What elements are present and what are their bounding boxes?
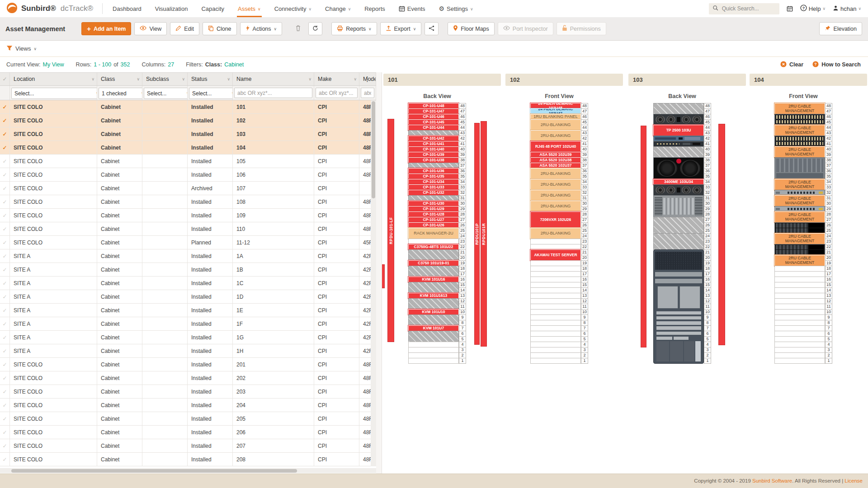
rack-item-image-f5[interactable] xyxy=(653,157,704,179)
sort-chevron-icon[interactable]: ∨ xyxy=(91,77,94,81)
table-row[interactable]: ✓SITE ACabinetInstalled1GCPI42R xyxy=(0,331,376,344)
row-check-icon[interactable]: ✓ xyxy=(0,209,10,222)
license-link[interactable]: License xyxy=(844,478,863,483)
help-menu[interactable]: ? Help∨ xyxy=(800,5,826,13)
horizontal-scrollbar-thumb[interactable] xyxy=(11,469,297,473)
column-header-status[interactable]: Status∨ xyxy=(188,73,233,85)
row-check-icon[interactable]: ✓ xyxy=(0,426,10,439)
row-check-icon[interactable]: ✓ xyxy=(0,182,10,195)
table-row[interactable]: ✓SITE COLOCabinetInstalled109CPI48R xyxy=(0,209,376,222)
nav-item-change[interactable]: Change∨ xyxy=(325,0,351,17)
filter-input-name[interactable] xyxy=(234,88,312,98)
panel-header[interactable]: 103 xyxy=(628,74,746,86)
sort-chevron-icon[interactable]: ∨ xyxy=(308,77,311,81)
rack-pdu-bar[interactable]: RPDU-101-LF xyxy=(387,119,394,342)
rack-pdu-bar[interactable] xyxy=(718,124,725,346)
views-dropdown[interactable]: Views xyxy=(15,45,31,52)
row-check-icon[interactable]: ✓ xyxy=(0,195,10,208)
sort-chevron-icon[interactable]: ∨ xyxy=(354,77,357,81)
rack-item[interactable]: 7206VXR 102U26 xyxy=(530,211,581,228)
export-button[interactable]: Export∨ xyxy=(380,22,422,35)
table-row[interactable]: ✓SITE COLOCabinetInstalled201CPI48R xyxy=(0,358,376,371)
rack-item[interactable]: 2RU-BLANKING xyxy=(530,228,581,239)
actions-button[interactable]: Actions∨ xyxy=(240,22,283,35)
table-row[interactable]: ✓SITE COLOCabinetInstalled207CPI48R xyxy=(0,439,376,453)
column-header-class[interactable]: Class∨ xyxy=(97,73,142,85)
permissions-button[interactable]: Permissions xyxy=(557,22,606,35)
select-all-header[interactable]: ✓ xyxy=(0,73,10,85)
filter-select-subclass[interactable]: Select...∨ xyxy=(144,88,188,99)
sunbird-software-link[interactable]: Sunbird Software xyxy=(752,478,792,483)
rack-item-image-psu[interactable] xyxy=(653,114,704,125)
table-row[interactable]: ✓SITE COLOCabinetInstalled106CPI48R xyxy=(0,168,376,182)
nav-item-assets[interactable]: Assets∨ xyxy=(238,0,261,17)
table-row[interactable]: ✓SITE COLOCabinetInstalled105CPI48R xyxy=(0,155,376,168)
quick-search-input[interactable] xyxy=(721,5,768,12)
view-button[interactable]: View xyxy=(134,22,167,35)
rack-item[interactable]: 2RU CABLE MANAGEMENT xyxy=(774,211,825,223)
row-check-icon[interactable]: ✓ xyxy=(0,100,10,113)
clone-button[interactable]: Clone xyxy=(203,22,237,35)
current-view-value[interactable]: My View xyxy=(43,61,64,68)
table-row[interactable]: ✓SITE ACabinetInstalled1ECPI42R xyxy=(0,304,376,317)
filter-input-make[interactable] xyxy=(316,88,358,98)
vertical-scrollbar[interactable] xyxy=(371,100,376,466)
row-check-icon[interactable]: ✓ xyxy=(0,412,10,425)
row-check-icon[interactable]: ✓ xyxy=(0,385,10,398)
floor-maps-button[interactable]: Floor Maps xyxy=(448,22,495,35)
rack-pdu-bar[interactable] xyxy=(641,126,646,347)
reports-button[interactable]: Reports∨ xyxy=(331,22,377,35)
filter-value[interactable]: Cabinet xyxy=(224,61,244,68)
quick-search[interactable] xyxy=(709,3,779,14)
sort-chevron-icon[interactable]: ∨ xyxy=(137,77,140,81)
row-check-icon[interactable]: ✓ xyxy=(0,222,10,235)
pane-splitter[interactable] xyxy=(376,72,382,474)
rack-item[interactable]: 2RU CABLE MANAGEMENT xyxy=(774,179,825,190)
row-check-icon[interactable]: ✓ xyxy=(0,168,10,181)
table-row[interactable]: ✓SITE COLOCabinetInstalled110CPI48R xyxy=(0,222,376,236)
table-row[interactable]: ✓SITE COLOCabinetInstalled104CPI48R xyxy=(0,141,376,155)
column-header-location[interactable]: Location∨ xyxy=(10,73,97,85)
user-menu[interactable]: hchan∨ xyxy=(833,5,861,12)
row-check-icon[interactable]: ✓ xyxy=(0,399,10,412)
brand-logo[interactable]: Sunbird® dcTrack® xyxy=(0,2,93,15)
table-row[interactable]: ✓SITE ACabinetInstalled1CCPI42R xyxy=(0,277,376,290)
table-row[interactable]: ✓SITE COLOCabinetInstalled101CPI48R xyxy=(0,100,376,114)
rack-pdu-bar[interactable]: RPDU101R xyxy=(481,121,487,347)
rack-item-image-server2u[interactable] xyxy=(774,244,825,255)
panel-header[interactable]: 104 xyxy=(750,74,867,86)
nav-item-capacity[interactable]: Capacity xyxy=(201,0,224,17)
filter-select-location[interactable]: Select...∨ xyxy=(11,88,97,99)
rack-item[interactable]: 2RU CABLE MANAGEMENT xyxy=(774,255,825,266)
table-row[interactable]: ✓SITE COLOCabinetInstalled103CPI48R xyxy=(0,127,376,141)
rack-item[interactable]: 2RU-BLANKING xyxy=(530,201,581,212)
row-check-icon[interactable]: ✓ xyxy=(0,141,10,154)
rack-item[interactable]: 2RU-BLANKING xyxy=(530,168,581,179)
table-row[interactable]: ✓SITE COLOCabinetInstalled206CPI48R xyxy=(0,426,376,439)
table-row[interactable]: ✓SITE ACabinetInstalled1DCPI42R xyxy=(0,290,376,304)
nav-item-dashboard[interactable]: Dashboard xyxy=(113,0,142,17)
row-check-icon[interactable]: ✓ xyxy=(0,317,10,330)
edit-button[interactable]: Edit xyxy=(170,22,199,35)
horizontal-scrollbar[interactable] xyxy=(0,468,376,473)
table-row[interactable]: ✓SITE COLOCabinetInstalled203CPI48R xyxy=(0,385,376,399)
rack-item[interactable]: 2RU CABLE MANAGEMENT xyxy=(774,103,825,114)
panel-header[interactable]: 101 xyxy=(383,74,501,86)
row-check-icon[interactable]: ✓ xyxy=(0,439,10,452)
table-row[interactable]: ✓SITE COLOCabinetInstalled108CPI48R xyxy=(0,195,376,209)
table-row[interactable]: ✓SITE ACabinetInstalled1HCPI42R xyxy=(0,344,376,358)
table-row[interactable]: ✓SITE COLOCabinetArchived107CPI xyxy=(0,182,376,195)
share-button[interactable] xyxy=(425,22,439,35)
rack-item-image-patch[interactable] xyxy=(774,114,825,125)
rack-item-image-server2u[interactable] xyxy=(774,222,825,234)
filter-select-class[interactable]: 1 checked∨ xyxy=(99,88,142,99)
rack-pdu-bar[interactable]: RPDU101P xyxy=(474,123,480,345)
clear-button[interactable]: Clear xyxy=(780,61,803,69)
table-row[interactable]: ✓SITE COLOCabinetInstalled102CPI48R xyxy=(0,114,376,127)
row-check-icon[interactable]: ✓ xyxy=(0,304,10,317)
rack-item[interactable]: AKAMAI TEST SERVER xyxy=(530,249,581,261)
table-row[interactable]: ✓SITE COLOCabinetInstalled202CPI48R xyxy=(0,371,376,385)
rack-item-image-patch[interactable] xyxy=(774,136,825,147)
rack-item[interactable]: RACK MANAGER-2U xyxy=(408,228,459,239)
panel-header[interactable]: 102 xyxy=(505,74,623,86)
